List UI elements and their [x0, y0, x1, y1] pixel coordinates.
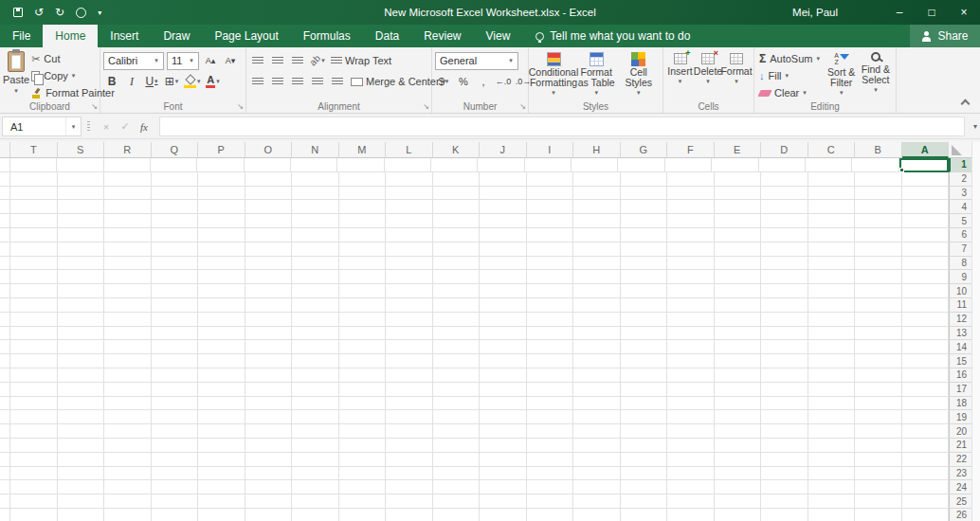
cell-C12[interactable]	[808, 313, 856, 327]
cell-A12[interactable]	[902, 313, 950, 327]
cell-M18[interactable]	[339, 397, 387, 411]
cell-E4[interactable]	[715, 200, 762, 214]
cell-L15[interactable]	[386, 354, 433, 368]
cell-T26[interactable]	[10, 509, 58, 521]
cell-P17[interactable]	[198, 383, 245, 397]
cell-F16[interactable]	[667, 368, 715, 383]
cell-K22[interactable]	[433, 453, 481, 467]
cell-B23[interactable]	[855, 467, 902, 481]
cell-Q12[interactable]	[152, 313, 199, 327]
cell-I21[interactable]	[527, 439, 574, 453]
cell-A8[interactable]	[902, 257, 950, 271]
cell-P3[interactable]	[198, 187, 245, 201]
cell-G2[interactable]	[621, 172, 668, 187]
cell-O20[interactable]	[245, 424, 293, 439]
cell-J25[interactable]	[480, 494, 527, 509]
cell-E15[interactable]	[715, 354, 762, 368]
cell-L17[interactable]	[386, 383, 433, 397]
cell-Q16[interactable]	[152, 368, 199, 383]
cell-P22[interactable]	[198, 453, 245, 467]
cell-H23[interactable]	[573, 467, 621, 481]
cell-F21[interactable]	[667, 439, 715, 453]
cell-E3[interactable]	[715, 187, 762, 201]
cell-Q24[interactable]	[152, 480, 199, 494]
cell-D5[interactable]	[761, 214, 808, 228]
cell-I25[interactable]	[527, 494, 574, 509]
column-header-b[interactable]: B	[855, 142, 902, 158]
cell-B4[interactable]	[855, 200, 902, 214]
cell-K4[interactable]	[433, 200, 481, 214]
cell-L5[interactable]	[386, 214, 433, 228]
format-as-table-button[interactable]: Format as Table ▾	[575, 50, 618, 101]
cell-H18[interactable]	[573, 397, 621, 411]
row-header-9[interactable]: 9	[949, 270, 971, 284]
cell-G17[interactable]	[621, 383, 668, 397]
cell-D1[interactable]	[759, 158, 806, 172]
cell-M8[interactable]	[339, 257, 387, 271]
row-header-4[interactable]: 4	[949, 200, 971, 214]
cell-E25[interactable]	[715, 494, 762, 509]
cell-T2[interactable]	[10, 172, 58, 187]
cell-C20[interactable]	[808, 424, 856, 439]
cell-G18[interactable]	[621, 397, 668, 411]
tab-review[interactable]: Review	[411, 25, 473, 47]
cell-K8[interactable]	[433, 257, 481, 271]
cell-G21[interactable]	[621, 439, 668, 453]
column-header-m[interactable]: M	[339, 142, 387, 158]
partial-cell[interactable]	[0, 243, 10, 257]
cell-E8[interactable]	[715, 257, 762, 271]
cell-E12[interactable]	[715, 313, 762, 327]
cell-O8[interactable]	[245, 257, 293, 271]
sort-filter-button[interactable]: AZ Sort & Filter ▾	[825, 50, 859, 101]
cell-H6[interactable]	[573, 228, 621, 243]
cell-O4[interactable]	[245, 200, 293, 214]
cell-B20[interactable]	[855, 424, 902, 439]
cell-H24[interactable]	[573, 480, 621, 494]
partial-cell[interactable]	[0, 424, 10, 439]
cell-D14[interactable]	[761, 340, 808, 354]
partial-cell[interactable]	[0, 257, 10, 271]
cell-B11[interactable]	[855, 298, 902, 313]
cell-A3[interactable]	[902, 187, 950, 201]
cell-C10[interactable]	[808, 284, 856, 298]
cell-D10[interactable]	[761, 284, 808, 298]
cell-J15[interactable]	[480, 354, 527, 368]
cell-B16[interactable]	[855, 368, 902, 383]
cell-Q25[interactable]	[152, 494, 199, 509]
cell-A9[interactable]	[902, 270, 950, 284]
cell-D20[interactable]	[761, 424, 808, 439]
cell-K7[interactable]	[433, 243, 481, 257]
cell-A16[interactable]	[902, 368, 950, 383]
cell-P2[interactable]	[198, 172, 245, 187]
cell-E5[interactable]	[715, 214, 762, 228]
borders-button[interactable]: ⊞ ▾	[163, 73, 180, 91]
font-name-combo[interactable]: Calibri ▾	[103, 52, 164, 70]
cell-O18[interactable]	[245, 397, 293, 411]
cell-E26[interactable]	[715, 509, 762, 521]
cell-F18[interactable]	[667, 397, 715, 411]
cell-G6[interactable]	[621, 228, 668, 243]
cell-H19[interactable]	[573, 410, 621, 424]
cell-Q23[interactable]	[152, 467, 199, 481]
cell-T24[interactable]	[10, 480, 58, 494]
cell-A23[interactable]	[902, 467, 950, 481]
cell-J7[interactable]	[480, 243, 527, 257]
cell-T22[interactable]	[10, 453, 58, 467]
cell-P5[interactable]	[198, 214, 245, 228]
cell-P13[interactable]	[198, 327, 245, 341]
cell-K3[interactable]	[433, 187, 481, 201]
cell-G26[interactable]	[621, 509, 668, 521]
cell-E18[interactable]	[715, 397, 762, 411]
cell-T18[interactable]	[10, 397, 58, 411]
cell-A5[interactable]	[902, 214, 950, 228]
cell-F23[interactable]	[667, 467, 715, 481]
cell-N21[interactable]	[292, 439, 339, 453]
cell-L21[interactable]	[386, 439, 433, 453]
cell-L14[interactable]	[386, 340, 433, 354]
partial-cell[interactable]	[0, 200, 10, 214]
cell-H1[interactable]	[572, 158, 618, 172]
cell-O10[interactable]	[245, 284, 293, 298]
cell-N2[interactable]	[292, 172, 339, 187]
cell-M24[interactable]	[339, 480, 387, 494]
cell-P20[interactable]	[198, 424, 245, 439]
